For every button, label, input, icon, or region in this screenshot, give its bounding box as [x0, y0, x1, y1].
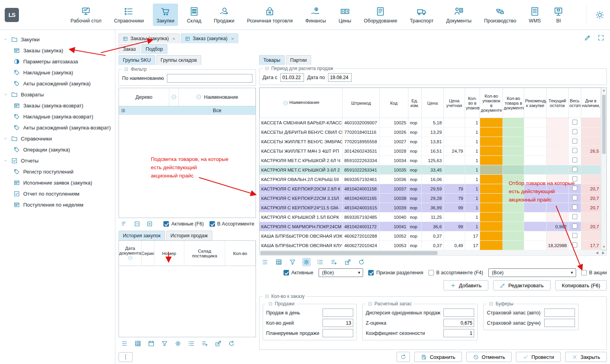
history-column-header[interactable]: Склад поставщика: [184, 241, 225, 266]
row-checkbox[interactable]: [572, 148, 577, 153]
sortlines-icon[interactable]: [120, 220, 129, 228]
calendar-icon[interactable]: [147, 339, 156, 348]
safety-stock-manual-input[interactable]: [544, 319, 575, 327]
split-checkbox[interactable]: Признак разделения: [368, 270, 423, 275]
product-row[interactable]: КАСТРЮЛЯ ОВАЛЬН.2Л С/КРЫШ.59869335719246…: [260, 175, 601, 184]
sidebar-item[interactable]: Параметры автозаказа: [0, 56, 115, 67]
collapse-icon[interactable]: [268, 301, 273, 306]
rows-icon[interactable]: [120, 339, 129, 348]
edit-button[interactable]: Редактировать: [493, 280, 551, 290]
scroll-up-icon[interactable]: ▲: [601, 88, 606, 93]
row-checkbox[interactable]: [572, 167, 577, 172]
history-tab-1[interactable]: История закупок: [119, 231, 165, 240]
product-row[interactable]: КАССЕТЫ Д/БРИТЬЯ ВЕНУС СВИЛ СМ7702018401…: [260, 127, 601, 137]
products-column-header[interactable]: Код: [380, 88, 408, 118]
products-column-header[interactable]: Дни в наличии,: [581, 88, 601, 118]
collapse-icon[interactable]: [124, 67, 129, 72]
sidebar-item[interactable]: Регистр поступлений: [0, 166, 115, 177]
row-checkbox[interactable]: [572, 176, 577, 181]
sidebar-item[interactable]: Исполнение заявок (закупка): [0, 177, 115, 188]
row-checkbox[interactable]: [572, 205, 577, 210]
column-header-tree[interactable]: Дерево: [119, 88, 169, 106]
tree-row-all[interactable]: ⊞ Все: [119, 106, 256, 115]
expand-all-icon[interactable]: [145, 220, 154, 228]
z-score-input[interactable]: [443, 319, 474, 327]
products-column-header[interactable]: Цена учетная: [443, 88, 465, 118]
assortment-checkbox[interactable]: В ассортименте (F4): [428, 270, 483, 275]
sidebar-item[interactable]: Операции (закупка): [0, 144, 115, 155]
module-warehouse[interactable]: Склад: [184, 4, 205, 26]
check-button[interactable]: Провести: [516, 352, 561, 362]
products-column-header[interactable]: Кол-во товара в документе: [503, 88, 524, 118]
product-row[interactable]: КАСТРЮЛЯ С КЕР.ПОКР.20СМ 2.8Л К481042400…: [260, 184, 601, 194]
days-count-input[interactable]: [323, 319, 353, 327]
tree-filter-checkbox[interactable]: В Ассортименте: [210, 221, 254, 227]
refresh-icon[interactable]: [357, 258, 366, 266]
numlist-icon[interactable]: [187, 339, 196, 348]
chevron-down-icon[interactable]: [3, 92, 8, 97]
addlist-icon[interactable]: [330, 258, 338, 266]
row-checkbox[interactable]: [572, 214, 577, 219]
row-checkbox[interactable]: [572, 120, 577, 125]
product-row[interactable]: КАССЕТА СМЕННАЯ БАРЬЕР-КЛАССИ46010320090…: [260, 118, 601, 127]
row-checkbox[interactable]: [572, 242, 577, 248]
products-column-header[interactable]: Наименование: [260, 88, 343, 118]
module-equipment[interactable]: Оборудование: [360, 4, 401, 26]
sidebar-item[interactable]: Заказы (закупка): [0, 45, 115, 56]
product-row[interactable]: КАСТРЮЛЯ С МАРМОРН.ПОКР.24СМ481042400117…: [260, 222, 601, 231]
column-header-name[interactable]: Наименование: [179, 88, 256, 106]
close-tab-icon[interactable]: ×: [231, 36, 234, 42]
sidebar-item[interactable]: Накладные (закупка-возврат): [0, 111, 115, 122]
product-row[interactable]: КАСТРЮЛЯ С КЕР.ПОКР.22СМ 3.15Л4810424001…: [260, 194, 601, 203]
grid-icon[interactable]: [274, 258, 283, 266]
sidebar-item[interactable]: Отчеты: [0, 155, 115, 166]
edit-icon[interactable]: [583, 33, 592, 42]
collapse-icon[interactable]: [368, 301, 373, 306]
export-icon[interactable]: [343, 258, 352, 266]
refresh-icon[interactable]: [227, 339, 236, 348]
addlist-icon[interactable]: [200, 339, 209, 348]
history-column-header[interactable]: Номер: [154, 241, 184, 266]
assortment-filter-select[interactable]: (Все)▼: [488, 268, 576, 277]
scroll-left-icon[interactable]: ◀: [594, 250, 600, 256]
module-cart[interactable]: Закупки: [153, 4, 178, 26]
products-column-header[interactable]: Цена: [421, 88, 443, 118]
chevron-down-icon[interactable]: [3, 136, 8, 141]
products-column-header[interactable]: Ед. изм.: [408, 88, 421, 118]
sku-tab-1[interactable]: Группы SKU: [119, 55, 155, 65]
module-documents[interactable]: Документы: [443, 4, 475, 26]
products-tab-2[interactable]: Партии: [286, 55, 311, 65]
module-price[interactable]: Цены: [335, 4, 355, 26]
products-column-header[interactable]: Кол-во в упаковке: [465, 88, 480, 118]
funnel-icon[interactable]: [288, 258, 297, 266]
chevron-down-icon[interactable]: [3, 37, 8, 42]
row-checkbox[interactable]: [572, 195, 577, 200]
date-to-input[interactable]: [328, 73, 352, 82]
sidebar-item[interactable]: Акты расхождений (закупка-возврат): [0, 122, 115, 133]
sort-icon[interactable]: [128, 255, 133, 261]
view-tab-2[interactable]: Подбор: [141, 44, 167, 54]
row-checkbox[interactable]: [572, 139, 577, 144]
sales-per-day-input[interactable]: [323, 309, 353, 317]
sidebar-item[interactable]: Заказы (закупка-возврат): [0, 100, 115, 111]
module-desktop[interactable]: Рабочий стол: [67, 4, 105, 26]
active-filter-select[interactable]: (Все)▼: [319, 268, 363, 277]
product-row[interactable]: КАССЕТЫ ЖИЛЛЕТТ ВЕНУС ЭМБРАС770201895555…: [260, 137, 601, 146]
products-column-header[interactable]: Текущий остаток: [546, 88, 568, 118]
more-menu-button[interactable]: [119, 352, 133, 362]
module-retail[interactable]: Розничная торговля: [243, 4, 296, 26]
collapse-icon[interactable]: [489, 301, 493, 306]
module-directory[interactable]: Справочники: [110, 4, 147, 26]
products-column-header[interactable]: Рекомендуемое к закупке: [524, 88, 546, 118]
products-column-header[interactable]: Весь остаток: [568, 88, 581, 118]
copy-button[interactable]: Копировать (F6): [555, 280, 607, 290]
doc-tab-1[interactable]: Заказы (закупка)×: [119, 33, 180, 43]
horizontal-scrollbar[interactable]: ◀ ▶: [259, 250, 607, 256]
row-checkbox[interactable]: [572, 224, 577, 229]
chevron-down-icon[interactable]: [3, 158, 8, 163]
close-tab-icon[interactable]: ×: [172, 36, 176, 42]
view-tab-1[interactable]: Заказ: [119, 44, 140, 54]
gear-icon[interactable]: [174, 339, 182, 348]
collapse-icon[interactable]: [265, 66, 269, 71]
sku-tab-2[interactable]: Группы складов: [156, 55, 201, 65]
